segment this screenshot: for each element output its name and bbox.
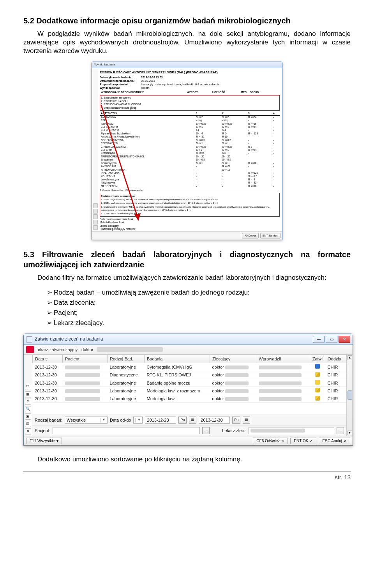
toolbar-icon[interactable]: ▦ [25, 391, 31, 397]
print-button[interactable]: F5 Drukuj [242, 233, 258, 238]
organisms-header-table: WYHODOWANE DROBNOUSTROJE WZROST LICZNOŚĆ… [100, 91, 280, 94]
toolbar-icon[interactable]: ⿻ [25, 384, 31, 390]
date-to-input[interactable]: 2013-12-30 [199, 417, 230, 424]
cell: RTG KL. PIERSIOWEJ [144, 371, 210, 379]
cell: - [272, 181, 280, 184]
cell [63, 379, 108, 387]
tail-line: Lekarz zlecający: [100, 224, 280, 228]
cell: R >=64 [247, 115, 272, 119]
table-row[interactable]: 2013-12-30LaboratoryjneBadanie ogólne mo… [33, 379, 346, 387]
cell: CHIR [325, 371, 346, 379]
vertical-scrollbar[interactable]: ▲ ▼ [346, 355, 353, 436]
grid-col-header[interactable]: Zlecający [210, 355, 256, 363]
date-mode-combo[interactable]: ▼ [133, 417, 143, 424]
cell: R >=8 [247, 178, 272, 181]
calendar-button[interactable]: ▦ [189, 417, 196, 424]
cell: Laboratoryjne [108, 387, 145, 395]
cell: 2013-12-30 [33, 395, 63, 403]
cell: doktor [210, 371, 256, 379]
status-cell [310, 395, 325, 403]
rodzaj-badan-combo[interactable]: Wszystkie ▼ [65, 417, 108, 424]
ok-button[interactable]: ENT OK ✓ [290, 438, 316, 444]
lookup-button[interactable]: … [202, 427, 210, 434]
sidebar-icon[interactable] [93, 203, 98, 208]
minimize-button[interactable]: — [313, 336, 325, 343]
toolbar-icon[interactable]: ? [25, 399, 31, 405]
antibiotic-row: Piperacylina / TazobaktamS <=4R 64R >=12… [100, 132, 280, 135]
antibiotic-row: IMIPENEMS <=0.25S <=0.25R >=16- [100, 122, 280, 125]
grid-col-header[interactable]: Pacjent [63, 355, 108, 363]
cell: R 16 [221, 135, 247, 138]
page-number: str. 13 [335, 473, 351, 481]
bullet-item: Data zlecenia; [47, 298, 351, 307]
cell: doktor [210, 379, 256, 387]
table-row[interactable]: 2013-12-30LaboratoryjneCytomegalia (CMV)… [33, 363, 346, 371]
scroll-thumb[interactable] [348, 390, 352, 400]
cell: - [195, 178, 221, 181]
table-row[interactable]: 2013-12-30DiagnostyczneRTG KL. PIERSIOWE… [33, 371, 346, 379]
cancel-button[interactable]: ESC Anuluj ✕ [319, 438, 350, 444]
weekday-button[interactable]: Pn [232, 417, 240, 424]
label: Wynik badania: [100, 86, 139, 90]
grid-col-header[interactable]: Rodzaj Bad. [108, 355, 145, 363]
cell: - [272, 142, 280, 145]
cell: S <=0.5 [247, 175, 272, 178]
table-row[interactable]: 2013-12-30LaboratoryjneMorfologia krwido… [33, 395, 346, 403]
cell: - [272, 119, 280, 122]
extra-line: 2. ESBL- wyhodowany szczep nie wytwarza … [101, 201, 279, 205]
cell [256, 395, 310, 403]
calendar-button[interactable]: ▦ [243, 417, 250, 424]
tail-line: Data pobrania materiału: brak [100, 218, 280, 221]
value: 2013-10-02 13:03 [141, 76, 280, 79]
cell: S 4 [221, 129, 247, 132]
doctor-filter-input[interactable] [249, 427, 334, 434]
patient-filter-input[interactable] [53, 427, 200, 434]
weekday-button[interactable]: Pn [178, 417, 187, 424]
col-header: 2 [221, 112, 247, 115]
maximize-button[interactable]: ▭ [326, 336, 337, 343]
toolbar-icon[interactable]: ▣ [25, 413, 31, 420]
sidebar-icon[interactable] [93, 220, 98, 224]
date-from-input[interactable]: 2013-12-23 [145, 417, 176, 424]
cell: S 8 [221, 152, 247, 155]
grid-col-header[interactable]: Wprowadził [256, 355, 310, 363]
results-button-bar: F5 Drukuj ENT Zamknij [92, 231, 282, 239]
bullet-item: Pacjent; [47, 309, 351, 317]
lookup-button[interactable]: … [337, 427, 344, 434]
cell: Lewofloksacyna [100, 178, 195, 181]
cell: S <=0.5 [221, 158, 247, 161]
grid-col-header[interactable]: Badania [144, 355, 210, 363]
antibiogram-table: ANTYBIOTYK 1 2 3 4 AMIKACYNAS <=2S <=2R … [100, 112, 280, 188]
cell: NORFLOKSACYNA [100, 139, 195, 142]
cell: S <=0.25 [221, 145, 247, 148]
col-header: WYHODOWANE DROBNOUSTROJE [100, 91, 186, 94]
grid-col-header[interactable]: Oddzia [325, 355, 346, 363]
cell: S <=0.25 [195, 122, 221, 125]
table-row[interactable]: 2013-12-30LaboratoryjneMorfologia krwi z… [33, 387, 346, 395]
toolbar-icon[interactable]: ✕ [25, 428, 31, 434]
toolbar-icon[interactable]: 🔍 [25, 406, 31, 412]
cell: - [221, 175, 247, 178]
f11-all-button[interactable]: F11 Wszystkie ▾ [26, 438, 62, 444]
close-button[interactable]: ENT Zamknij [260, 233, 280, 238]
grid-col-header[interactable]: Data▽ [33, 355, 63, 363]
toolbar-icon[interactable]: ▤ [25, 421, 31, 427]
refresh-button[interactable]: CF6 Odśwież ✳ [253, 438, 288, 444]
sidebar-icon[interactable] [93, 214, 98, 219]
window-close-button[interactable]: ✕ [339, 336, 350, 343]
section-title: Filtrowanie zleceń badań laboratoryjnych… [23, 250, 351, 269]
cell: - [195, 185, 221, 188]
label: Preparat bezpośredni: [100, 83, 139, 86]
cell: S <=0.5 [195, 158, 221, 161]
scroll-up-icon[interactable]: ▲ [348, 355, 352, 360]
grid-col-header[interactable]: Zatwi [310, 355, 325, 363]
col-header: 3 [247, 112, 272, 115]
scroll-down-icon[interactable]: ▼ [348, 431, 352, 435]
sort-icon: ▽ [45, 358, 48, 361]
cell: 2013-12-30 [33, 387, 63, 395]
antibiotic-row: PIPERACYLINA--R >=128- [100, 171, 280, 175]
sidebar-icon[interactable] [93, 209, 98, 214]
cell: - [247, 119, 272, 122]
cell: S <=1 [221, 142, 247, 145]
sidebar-icon[interactable] [93, 225, 98, 230]
